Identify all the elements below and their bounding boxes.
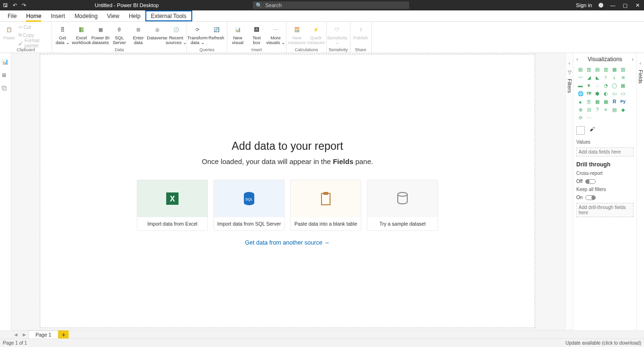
new-visual-button[interactable]: 📊New visual [229, 23, 246, 45]
stacked-bar-100-icon[interactable]: ▦ [610, 65, 618, 73]
filters-pane-collapsed[interactable]: ‹ ▽ Filters [565, 53, 573, 330]
menu-view[interactable]: View [102, 10, 124, 21]
decomposition-icon[interactable]: ⊟ [585, 106, 593, 113]
pie-icon[interactable]: ◔ [602, 82, 610, 89]
treemap-icon[interactable]: ▦ [619, 82, 627, 89]
card-paste-data[interactable]: Paste data into a blank table [290, 180, 361, 231]
clustered-bar-icon[interactable]: ▤ [593, 65, 601, 73]
sensitivity-button[interactable]: 🛡Sensitivity ⌄ [329, 23, 346, 45]
map-icon[interactable]: 🌐 [576, 90, 584, 97]
new-measure-button[interactable]: 🧮New measure [288, 23, 305, 45]
line-column-icon[interactable]: ⫯ [602, 73, 610, 81]
data-view-button[interactable]: ⊞ [2, 72, 9, 80]
minimize-button[interactable]: — [610, 2, 616, 8]
format-painter-button[interactable]: 🖌Format painter [18, 39, 50, 47]
menu-modeling[interactable]: Modeling [70, 10, 102, 21]
filters-label: Filters [567, 79, 572, 93]
cross-report-toggle[interactable]: Off [576, 179, 634, 184]
dataverse-button[interactable]: ◎Dataverse [149, 23, 166, 45]
area-chart-icon[interactable]: ◢ [585, 73, 593, 81]
close-button[interactable]: ✕ [635, 2, 640, 9]
donut-icon[interactable]: ◯ [610, 82, 618, 89]
filled-map-icon[interactable]: 🗺 [585, 90, 593, 97]
more-visuals-icon[interactable]: ⋯ [585, 114, 593, 121]
waterfall-icon[interactable]: ▬ [576, 82, 584, 89]
multi-card-icon[interactable]: ▭ [619, 90, 627, 97]
save-icon[interactable]: 🖫 [3, 2, 8, 8]
redo-icon[interactable]: ↷ [22, 2, 26, 9]
enter-data-button[interactable]: ⊞Enter data [130, 23, 147, 45]
add-page-button[interactable]: + [58, 330, 69, 338]
ribbon-chart-icon[interactable]: ≋ [619, 73, 627, 81]
table-icon[interactable]: ▦ [593, 98, 601, 105]
values-well[interactable]: Add data fields here [576, 147, 634, 156]
model-view-button[interactable]: ⿻ [2, 85, 9, 93]
chevron-right-icon[interactable]: › [632, 56, 634, 63]
card-import-excel[interactable]: X Import data from Excel [137, 180, 208, 231]
power-automate-icon[interactable]: ⟳ [576, 114, 584, 121]
quick-measure-button[interactable]: ⚡Quick measure [307, 23, 324, 45]
stacked-column-icon[interactable]: ▥ [585, 65, 593, 73]
qa-visual-icon[interactable]: ? [593, 106, 601, 113]
paste-button[interactable]: 📋Paste [2, 23, 17, 47]
publish-button[interactable]: ⇪Publish [352, 23, 369, 40]
menu-insert[interactable]: Insert [46, 10, 70, 21]
report-canvas[interactable]: Add data to your report Once loaded, you… [40, 54, 535, 328]
sql-server-button[interactable]: 🛢SQL Server [111, 23, 128, 45]
more-visuals-button[interactable]: ⋯More visuals ⌄ [267, 23, 284, 45]
format-tab[interactable]: 🖌 [590, 126, 598, 135]
excel-workbook-button[interactable]: 📗Excel workbook [73, 23, 90, 45]
kpi-icon[interactable]: ▲ [576, 98, 584, 105]
prev-page-button[interactable]: ◀ [11, 330, 20, 338]
stacked-column-100-icon[interactable]: ▧ [619, 65, 627, 73]
get-data-link[interactable]: Get data from another source → [245, 239, 330, 246]
next-page-button[interactable]: ▶ [20, 330, 28, 338]
shape-map-icon[interactable]: ⬢ [593, 90, 601, 97]
menu-help[interactable]: Help [124, 10, 145, 21]
page-tab-1[interactable]: Page 1 [28, 330, 58, 338]
transform-data-button[interactable]: ⟳Transform data ⌄ [189, 23, 206, 45]
refresh-button[interactable]: 🔄Refresh [208, 23, 225, 45]
avatar-placeholder[interactable] [599, 3, 603, 8]
power-apps-icon[interactable]: ◆ [619, 106, 627, 113]
matrix-icon[interactable]: ▦ [602, 98, 610, 105]
keep-filters-toggle[interactable]: On [576, 195, 634, 200]
fields-pane-collapsed[interactable]: ‹ Fields [636, 53, 644, 330]
chevron-left-icon[interactable]: ‹ [576, 56, 578, 63]
python-visual-icon[interactable]: Py [619, 98, 627, 105]
maximize-button[interactable]: ▢ [622, 2, 628, 9]
key-influencers-icon[interactable]: ⊕ [576, 106, 584, 113]
line-column-stacked-icon[interactable]: ⫰ [610, 73, 618, 81]
stacked-area-icon[interactable]: ◣ [593, 73, 601, 81]
card-import-sql[interactable]: SQL Import data from SQL Server [214, 180, 285, 231]
funnel-icon[interactable]: ▼ [585, 82, 593, 89]
cut-button[interactable]: ✂Cut [18, 23, 50, 31]
search-box[interactable]: 🔍 Search [253, 1, 409, 9]
stacked-bar-icon[interactable]: ▤ [576, 65, 584, 73]
group-sensitivity: Sensitivity [329, 47, 348, 53]
drill-through-well[interactable]: Add drill-through fields here [576, 203, 634, 217]
recent-sources-button[interactable]: 🕘Recent sources ⌄ [168, 23, 185, 45]
report-view-button[interactable]: 📊 [2, 59, 9, 66]
menu-external-tools[interactable]: External Tools [145, 10, 192, 21]
card-sample-dataset[interactable]: Try a sample dataset [367, 180, 438, 231]
smart-narrative-icon[interactable]: ≡ [602, 106, 610, 113]
clustered-column-icon[interactable]: ▥ [602, 65, 610, 73]
menu-home[interactable]: Home [21, 10, 46, 21]
get-data-button[interactable]: 🗄Get data ⌄ [54, 23, 71, 45]
menu-file[interactable]: File [0, 10, 21, 21]
undo-icon[interactable]: ↶ [13, 2, 17, 9]
line-chart-icon[interactable]: 〰 [576, 73, 584, 81]
slicer-icon[interactable]: ☰ [585, 98, 593, 105]
text-box-button[interactable]: 🅰Text box [248, 23, 265, 45]
signin-link[interactable]: Sign in [576, 2, 592, 8]
paginated-icon[interactable]: ▤ [610, 106, 618, 113]
gauge-icon[interactable]: ◐ [602, 90, 610, 97]
card-icon[interactable]: ▭ [610, 90, 618, 97]
page-indicator: Page 1 of 1 [3, 340, 27, 346]
update-available-link[interactable]: Update available (click to download) [565, 340, 641, 346]
fields-well-tab[interactable] [576, 126, 585, 135]
scatter-icon[interactable]: ∴ [593, 82, 601, 89]
r-visual-icon[interactable]: R [610, 98, 618, 105]
pbi-datasets-button[interactable]: ▦Power BI datasets [92, 23, 109, 45]
